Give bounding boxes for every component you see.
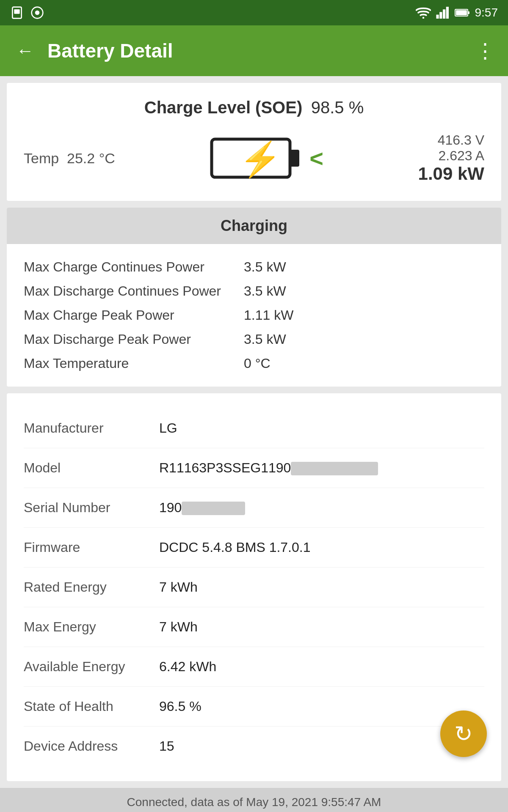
info-row-device-address: Device Address 15 (24, 727, 484, 766)
status-bar: 9:57 (0, 0, 508, 25)
info-value-serial: 190XXXXXXXX (159, 500, 245, 516)
info-card: Manufacturer LG Model R11163P3SSEG1190XX… (7, 393, 501, 781)
svg-point-3 (35, 11, 40, 15)
battery-large-icon: ⚡ (210, 133, 303, 184)
info-row-manufacturer: Manufacturer LG (24, 409, 484, 448)
wifi-icon (416, 7, 431, 19)
detail-value-3: 3.5 kW (244, 332, 286, 347)
svg-rect-13 (290, 150, 299, 167)
info-label-model: Model (24, 460, 159, 476)
power-kw-display: 1.09 kW (418, 164, 484, 184)
info-row-max-energy: Max Energy 7 kWh (24, 607, 484, 647)
status-bar-left (10, 6, 44, 19)
detail-row-2: Max Charge Peak Power 1.11 kW (24, 307, 484, 323)
charge-level-header: Charge Level (SOE) 98.5 % (24, 98, 484, 117)
info-label-max-energy: Max Energy (24, 619, 159, 635)
info-label-rated-energy: Rated Energy (24, 579, 159, 595)
charge-level-value: 98.5 % (311, 98, 364, 117)
overflow-menu-button[interactable]: ⋮ (475, 39, 495, 63)
detail-row-1: Max Discharge Continues Power 3.5 kW (24, 283, 484, 299)
info-value-manufacturer: LG (159, 420, 177, 436)
info-value-available-energy: 6.42 kWh (159, 659, 216, 675)
info-row-available-energy: Available Energy 6.42 kWh (24, 647, 484, 687)
svg-rect-10 (468, 11, 469, 14)
detail-value-1: 3.5 kW (244, 283, 286, 299)
info-value-rated-energy: 7 kWh (159, 579, 198, 595)
power-stats: 416.3 V 2.623 A 1.09 kW (418, 132, 484, 184)
info-value-device-address: 15 (159, 738, 174, 754)
back-button[interactable]: ← (13, 37, 37, 64)
temp-display: Temp 25.2 °C (24, 150, 115, 167)
battery-icon-wrapper: ⚡ < (210, 133, 323, 184)
status-bar-right: 9:57 (416, 6, 498, 19)
charging-header-text: Charging (221, 217, 287, 234)
app-bar-title: Battery Detail (47, 39, 173, 62)
detail-row-0: Max Charge Continues Power 3.5 kW (24, 259, 484, 275)
charging-card: Charging Max Charge Continues Power 3.5 … (7, 208, 501, 387)
svg-point-4 (422, 17, 424, 19)
battery-row: Temp 25.2 °C ⚡ < 416 (24, 132, 484, 184)
refresh-fab[interactable]: ↻ (440, 710, 487, 757)
info-label-available-energy: Available Energy (24, 659, 159, 675)
svg-rect-6 (439, 12, 442, 19)
svg-rect-11 (456, 10, 467, 15)
model-blurred: XXXXXXXXXXX (291, 462, 378, 475)
info-label-manufacturer: Manufacturer (24, 420, 159, 436)
charge-level-card: Charge Level (SOE) 98.5 % Temp 25.2 °C (7, 83, 501, 201)
info-value-firmware: DCDC 5.4.8 BMS 1.7.0.1 (159, 540, 310, 555)
info-label-firmware: Firmware (24, 540, 159, 555)
info-section: Manufacturer LG Model R11163P3SSEG1190XX… (7, 393, 501, 781)
info-value-max-energy: 7 kWh (159, 619, 198, 635)
detail-label-3: Max Discharge Peak Power (24, 332, 244, 347)
main-wrapper: Charge Level (SOE) 98.5 % Temp 25.2 °C (0, 76, 508, 812)
detail-value-0: 3.5 kW (244, 259, 286, 275)
detail-row-4: Max Temperature 0 °C (24, 356, 484, 371)
battery-status-icon (455, 8, 470, 17)
info-row-rated-energy: Rated Energy 7 kWh (24, 568, 484, 607)
app-bar: ← Battery Detail ⋮ (0, 25, 508, 76)
info-label-serial: Serial Number (24, 500, 159, 516)
charge-level-section: Charge Level (SOE) 98.5 % Temp 25.2 °C (7, 83, 501, 201)
signal-icon (436, 7, 450, 19)
charge-level-label: Charge Level (SOE) (144, 98, 302, 117)
sim-icon (10, 6, 24, 19)
serial-blurred: XXXXXXXX (182, 502, 245, 515)
status-footer: Connected, data as of May 19, 2021 9:55:… (0, 788, 508, 812)
info-value-state-of-health: 96.5 % (159, 699, 202, 714)
info-row-firmware: Firmware DCDC 5.4.8 BMS 1.7.0.1 (24, 528, 484, 568)
info-row-model: Model R11163P3SSEG1190XXXXXXXXXXX (24, 448, 484, 488)
voltage-display: 416.3 V (418, 132, 484, 148)
detail-label-2: Max Charge Peak Power (24, 307, 244, 323)
detail-label-4: Max Temperature (24, 356, 244, 371)
svg-rect-5 (436, 15, 439, 19)
info-row-state-of-health: State of Health 96.5 % (24, 687, 484, 727)
status-time: 9:57 (475, 6, 498, 19)
svg-text:⚡: ⚡ (239, 139, 282, 179)
charging-section-header: Charging (7, 208, 501, 244)
app-bar-left: ← Battery Detail (13, 37, 173, 64)
main-content: Charge Level (SOE) 98.5 % Temp 25.2 °C (0, 76, 508, 788)
detail-label-0: Max Charge Continues Power (24, 259, 244, 275)
info-label-device-address: Device Address (24, 738, 159, 754)
amperage-display: 2.623 A (418, 148, 484, 164)
info-row-serial: Serial Number 190XXXXXXXX (24, 488, 484, 528)
charging-details: Max Charge Continues Power 3.5 kW Max Di… (7, 244, 501, 387)
svg-rect-1 (14, 9, 19, 14)
info-label-state-of-health: State of Health (24, 699, 159, 714)
refresh-icon: ↻ (454, 721, 473, 746)
circle-icon (30, 6, 44, 19)
detail-row-3: Max Discharge Peak Power 3.5 kW (24, 332, 484, 347)
charging-chevron-icon: < (309, 145, 323, 172)
svg-rect-8 (446, 7, 448, 19)
detail-value-2: 1.11 kW (244, 307, 293, 323)
svg-rect-7 (443, 9, 445, 19)
info-value-model: R11163P3SSEG1190XXXXXXXXXXX (159, 460, 378, 476)
connection-status: Connected, data as of May 19, 2021 9:55:… (127, 796, 381, 809)
temp-label: Temp 25.2 °C (24, 150, 115, 166)
detail-value-4: 0 °C (244, 356, 271, 371)
detail-label-1: Max Discharge Continues Power (24, 283, 244, 299)
